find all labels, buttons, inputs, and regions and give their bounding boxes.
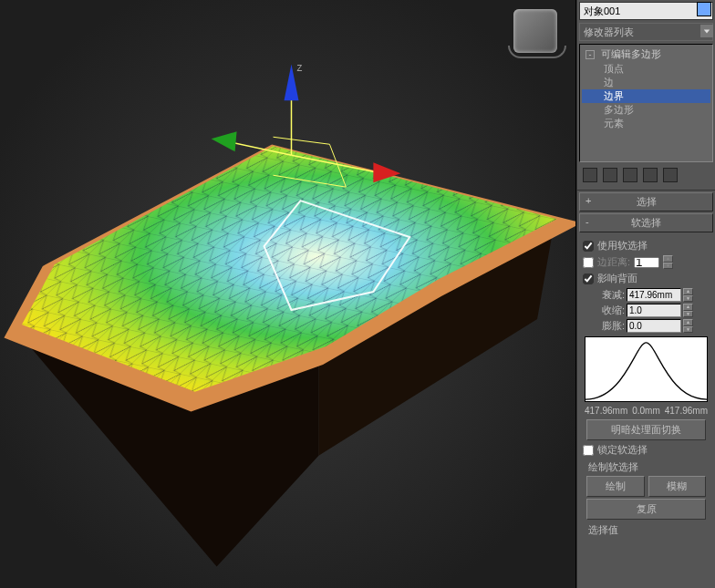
rollout-softsel-body: 使用软选择 边距离: ▲▼ 影响背面 衰减: ▲▼ 收缩: ▲▼ 膨胀: ▲▼: [577, 232, 715, 542]
pinch-row: 收缩: ▲▼: [583, 304, 710, 317]
bubble-spinner[interactable]: ▲▼: [683, 319, 693, 333]
collapse-icon[interactable]: -: [585, 50, 595, 59]
affect-backfacing-check[interactable]: 影响背面: [583, 272, 710, 285]
bubble-field[interactable]: [627, 319, 681, 333]
lock-soft-selection-check[interactable]: 锁定软选择: [583, 443, 710, 457]
show-end-result-icon[interactable]: [603, 168, 617, 182]
pin-stack-icon[interactable]: [583, 168, 597, 182]
svg-text:z: z: [296, 61, 302, 74]
falloff-curve-graph: [585, 336, 708, 402]
stack-toolbar: [577, 164, 715, 191]
rollout-softsel-header[interactable]: - 软选择: [579, 213, 713, 232]
make-unique-icon[interactable]: [623, 168, 637, 182]
falloff-field[interactable]: [627, 288, 681, 302]
use-soft-selection-check[interactable]: 使用软选择: [583, 239, 710, 253]
shaded-face-toggle-button[interactable]: 明暗处理面切换: [586, 419, 706, 440]
stack-sub-vertex[interactable]: 顶点: [582, 62, 710, 76]
edge-distance-field[interactable]: [634, 257, 659, 268]
pinch-spinner[interactable]: ▲▼: [683, 304, 693, 317]
paint-soft-section-label: 绘制软选择: [588, 460, 704, 474]
falloff-curve-labels: 417.96mm 0.0mm 417.96mm: [583, 406, 710, 416]
falloff-row: 衰减: ▲▼: [583, 288, 710, 302]
stack-root-label: 可编辑多边形: [601, 48, 661, 59]
stack-sub-polygon[interactable]: 多边形: [582, 103, 710, 117]
pinch-label: 收缩:: [594, 304, 625, 317]
collapse-icon: -: [585, 216, 589, 227]
command-panel: 对象001 修改器列表 - 可编辑多边形 顶点 边 边界 多边形 元素 + 选择…: [576, 0, 715, 588]
modifier-list-dropdown[interactable]: 修改器列表: [579, 23, 713, 41]
configure-sets-icon[interactable]: [663, 168, 678, 182]
bubble-row: 膨胀: ▲▼: [583, 319, 710, 333]
lock-soft-selection-checkbox[interactable]: [583, 445, 594, 456]
affect-backfacing-checkbox[interactable]: [583, 273, 594, 284]
stack-sub-element[interactable]: 元素: [582, 117, 710, 130]
remove-modifier-icon[interactable]: [643, 168, 658, 182]
stack-sub-border[interactable]: 边界: [582, 89, 710, 103]
object-name-field[interactable]: 对象001: [579, 2, 713, 20]
chevron-down-icon[interactable]: [700, 25, 713, 37]
use-soft-selection-checkbox[interactable]: [583, 241, 594, 252]
revert-button[interactable]: 复原: [586, 499, 706, 520]
edge-distance-checkbox[interactable]: [583, 257, 594, 268]
bubble-label: 膨胀:: [594, 319, 625, 333]
stack-root[interactable]: - 可编辑多边形: [582, 46, 710, 62]
viewport-3d[interactable]: z: [0, 0, 576, 588]
modifier-stack[interactable]: - 可编辑多边形 顶点 边 边界 多边形 元素: [579, 44, 713, 162]
object-color-swatch[interactable]: [697, 2, 711, 16]
edge-distance-spinner[interactable]: ▲▼: [663, 255, 673, 269]
blur-button[interactable]: 模糊: [648, 476, 707, 497]
paint-button[interactable]: 绘制: [586, 476, 645, 497]
scene-mesh: z: [0, 0, 575, 588]
rollout-selection-title: 选择: [637, 196, 657, 207]
selection-value-label: 选择值: [588, 523, 704, 537]
svg-marker-12: [212, 131, 237, 151]
edge-distance-check[interactable]: 边距离: ▲▼: [583, 255, 710, 269]
falloff-label: 衰减:: [594, 288, 625, 302]
rollout-selection-header[interactable]: + 选择: [579, 192, 713, 211]
falloff-spinner[interactable]: ▲▼: [683, 288, 693, 302]
pinch-field[interactable]: [627, 304, 681, 317]
expand-icon: +: [585, 195, 591, 206]
rollout-softsel-title: 软选择: [631, 217, 661, 228]
stack-sub-edge[interactable]: 边: [582, 76, 710, 89]
